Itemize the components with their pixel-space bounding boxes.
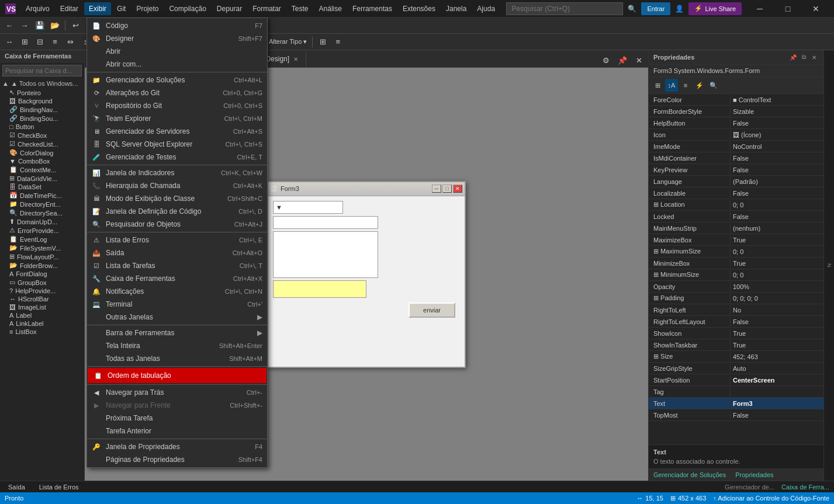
props-events-button[interactable]: ⚡ bbox=[693, 79, 706, 92]
toolbox-item-linklabel[interactable]: A LinkLabel bbox=[0, 319, 84, 328]
toolbox-item-folderbrow[interactable]: 📂 FolderBrow... bbox=[0, 261, 84, 270]
menu-lista-erros[interactable]: ⚠ Lista de Erros Ctrl+\, E bbox=[87, 234, 267, 246]
prop-row-padding[interactable]: ⊞ Padding 0; 0; 0; 0 bbox=[649, 293, 823, 304]
prop-row-minimumsize[interactable]: ⊞ MinimumSize 0; 0 bbox=[649, 269, 823, 281]
tab-close-form2design[interactable]: ✕ bbox=[293, 55, 299, 63]
form-listbox[interactable] bbox=[273, 231, 378, 278]
menu-codigo[interactable]: 📄 Código F7 bbox=[87, 19, 267, 32]
prop-row-righttoleft[interactable]: RightToLeft No bbox=[649, 304, 823, 316]
menu-tela-inteira[interactable]: Tela Inteira Shift+Alt+Enter bbox=[87, 339, 267, 352]
live-share-button[interactable]: ⚡ Live Share bbox=[688, 2, 742, 15]
toolbox-item-eventlog[interactable]: 📋 EventLog bbox=[0, 235, 84, 244]
prop-value-maximumsize[interactable]: 0; 0 bbox=[731, 247, 823, 256]
menu-janela-indicadores[interactable]: 📊 Janela de Indicadores Ctrl+K, Ctrl+W bbox=[87, 166, 267, 179]
prop-row-maximizebox[interactable]: MaximizeBox True bbox=[649, 234, 823, 246]
menu-tarefa-anterior[interactable]: Tarefa Anterior bbox=[87, 425, 267, 437]
tb2-btn-1[interactable]: ↔ bbox=[2, 35, 16, 49]
menu-gerenciador-servidores[interactable]: 🖥 Gerenciador de Servidores Ctrl+Alt+S bbox=[87, 125, 267, 138]
toolbox-item-errorprovide[interactable]: ⚠ ErrorProvide... bbox=[0, 226, 84, 235]
props-float-button[interactable]: ⧉ bbox=[799, 53, 808, 62]
undo-button[interactable]: ↩ bbox=[68, 19, 82, 33]
menu-arquivo[interactable]: Arquivo bbox=[21, 2, 54, 15]
menu-ajuda[interactable]: Ajuda bbox=[472, 2, 500, 15]
toolbox-item-background[interactable]: 🖼 Background bbox=[0, 97, 84, 105]
props-props-button[interactable]: ≡ bbox=[679, 79, 692, 92]
prop-value-maximizebox[interactable]: True bbox=[731, 235, 823, 245]
tb2-btn-17[interactable]: ⊞ bbox=[316, 35, 330, 49]
toolbox-item-directoryent[interactable]: 📁 DirectoryEnt... bbox=[0, 200, 84, 208]
menu-abrir-com[interactable]: Abrir com... bbox=[87, 58, 267, 71]
prop-row-mainmenustrip[interactable]: MainMenuStrip (nenhum) bbox=[649, 223, 823, 234]
menu-pesquisador-objetos[interactable]: 🔍 Pesquisador de Objetos Ctrl+Alt+J bbox=[87, 218, 267, 231]
enter-button[interactable]: Entrar bbox=[641, 2, 670, 15]
menu-exibir[interactable]: Exibir bbox=[84, 2, 111, 15]
menu-proxima-tarefa[interactable]: Próxima Tarefa bbox=[87, 412, 267, 425]
menu-terminal[interactable]: 💻 Terminal Ctrl+' bbox=[87, 298, 267, 311]
menu-ferramentas[interactable]: Ferramentas bbox=[348, 2, 397, 15]
prop-row-keypreview[interactable]: KeyPreview False bbox=[649, 164, 823, 176]
maximize-button[interactable]: □ bbox=[774, 0, 801, 18]
tb2-btn-5[interactable]: ⇔ bbox=[63, 35, 77, 49]
prop-row-maximumsize[interactable]: ⊞ MaximumSize 0; 0 bbox=[649, 246, 823, 258]
menu-teste[interactable]: Teste bbox=[287, 2, 313, 15]
open-button[interactable]: 📂 bbox=[48, 19, 62, 33]
bottom-tab-erros[interactable]: Lista de Erros bbox=[36, 482, 82, 492]
prop-value-mainmenustrip[interactable]: (nenhum) bbox=[731, 224, 823, 233]
toolbox-item-flowlayoutp[interactable]: ⊞ FlowLayoutP... bbox=[0, 252, 84, 261]
prop-value-startposition[interactable]: CenterScreen bbox=[731, 376, 823, 385]
menu-navegar-tras[interactable]: ◀ Navegar para Trás Ctrl+- bbox=[87, 386, 267, 399]
prop-row-minimizebox[interactable]: MinimizeBox True bbox=[649, 258, 823, 269]
tabs-close-icon[interactable]: ✕ bbox=[632, 53, 646, 67]
toolbox-item-button[interactable]: □ Button bbox=[0, 123, 84, 131]
menu-git[interactable]: Git bbox=[112, 2, 130, 15]
toolbox-item-label[interactable]: A Label bbox=[0, 311, 84, 319]
prop-value-formborderstyle[interactable]: Sizable bbox=[731, 107, 823, 116]
toolbox-item-fontdialog[interactable]: A FontDialog bbox=[0, 270, 84, 278]
prop-value-tag[interactable] bbox=[731, 391, 823, 393]
prop-value-text[interactable]: Form3 bbox=[731, 399, 823, 408]
bottom-caixa[interactable]: Caixa de Ferra... bbox=[781, 484, 829, 491]
prop-row-imemode[interactable]: ImeMode NoControl bbox=[649, 141, 823, 152]
toolbox-item-pointer[interactable]: ↖ Ponteiro bbox=[0, 88, 84, 97]
menu-analise[interactable]: Análise bbox=[314, 2, 347, 15]
toolbox-item-colordialog[interactable]: 🎨 ColorDialog bbox=[0, 148, 84, 157]
prop-row-size[interactable]: ⊞ Size 452; 463 bbox=[649, 351, 823, 363]
form-yellow-control[interactable] bbox=[273, 280, 366, 298]
tb2-btn-18[interactable]: ≡ bbox=[331, 35, 345, 49]
bottom-tab-saida[interactable]: Saída bbox=[5, 482, 29, 492]
prop-value-ismdicontainer[interactable]: False bbox=[731, 154, 823, 163]
menu-outras-janelas[interactable]: Outras Janelas ▶ bbox=[87, 311, 267, 324]
back-button[interactable]: ← bbox=[2, 19, 16, 33]
toolbox-item-groupbox[interactable]: ▭ GroupBox bbox=[0, 278, 84, 287]
prop-row-righttoleftlayout[interactable]: RightToLeftLayout False bbox=[649, 316, 823, 328]
prop-value-opacity[interactable]: 100% bbox=[731, 282, 823, 291]
prop-value-sizegripstyle[interactable]: Auto bbox=[731, 364, 823, 373]
form-minimize-button[interactable]: ─ bbox=[432, 185, 441, 193]
props-close-button[interactable]: ✕ bbox=[809, 53, 819, 62]
prop-value-minimumsize[interactable]: 0; 0 bbox=[731, 270, 823, 280]
tb2-btn-4[interactable]: ≡ bbox=[48, 35, 62, 49]
prop-row-localizable[interactable]: Localizable False bbox=[649, 187, 823, 199]
prop-row-tag[interactable]: Tag bbox=[649, 386, 823, 398]
toolbox-search-input[interactable] bbox=[2, 65, 82, 77]
menu-notificacoes[interactable]: 🔔 Notificações Ctrl+\, Ctrl+N bbox=[87, 285, 267, 298]
form-combobox[interactable]: ▼ bbox=[273, 201, 343, 214]
props-pin-button[interactable]: 📌 bbox=[788, 53, 798, 62]
menu-barra-ferramentas[interactable]: Barra de Ferramentas ▶ bbox=[87, 326, 267, 339]
menu-lista-tarefas[interactable]: ☑ Lista de Tarefas Ctrl+\, T bbox=[87, 259, 267, 272]
tb2-btn-3[interactable]: ⊟ bbox=[33, 35, 47, 49]
prop-row-locked[interactable]: Locked False bbox=[649, 211, 823, 223]
menu-team-explorer[interactable]: 🔭 Team Explorer Ctrl+\, Ctrl+M bbox=[87, 112, 267, 125]
prop-value-size[interactable]: 452; 463 bbox=[731, 352, 823, 362]
menu-alteracoes-git[interactable]: ⟳ Alterações do Git Ctrl+0, Ctrl+G bbox=[87, 86, 267, 99]
prop-value-padding[interactable]: 0; 0; 0; 0 bbox=[731, 294, 823, 303]
prop-row-forecolor[interactable]: ForeColor ■ ControlText bbox=[649, 94, 823, 106]
minimize-button[interactable]: ─ bbox=[746, 0, 773, 18]
menu-sql-server[interactable]: 🗄 SQL Server Object Explorer Ctrl+\, Ctr… bbox=[87, 138, 267, 151]
props-alphabetical-button[interactable]: ↕A bbox=[665, 79, 678, 92]
search-input[interactable] bbox=[506, 2, 623, 15]
menu-compilacao[interactable]: Compilação bbox=[164, 2, 210, 15]
prop-value-righttoleft[interactable]: No bbox=[731, 305, 823, 315]
toolbox-all-windows[interactable]: ▲ ▲ Todos os Windows... bbox=[0, 79, 84, 88]
forward-button[interactable]: → bbox=[18, 19, 32, 33]
